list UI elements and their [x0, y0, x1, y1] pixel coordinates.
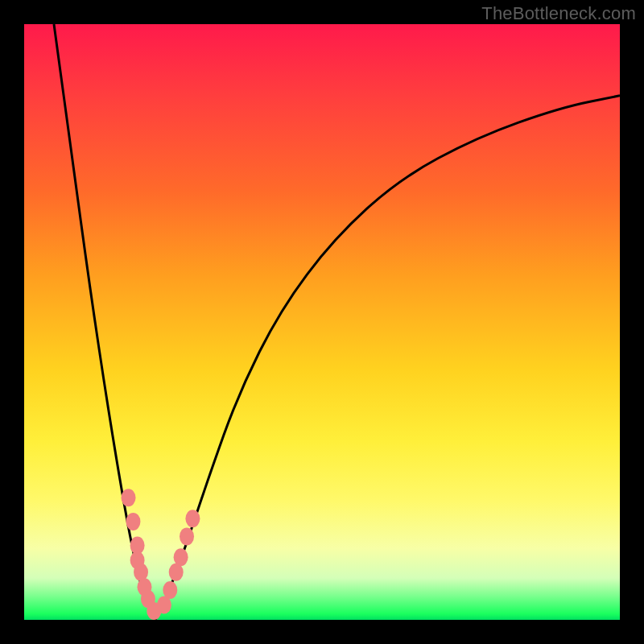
data-marker	[126, 513, 140, 530]
data-marker	[180, 527, 194, 545]
plot-area	[24, 24, 620, 620]
curve-layer	[24, 24, 620, 620]
data-marker	[134, 564, 148, 581]
curve-left-branch	[54, 24, 155, 620]
data-marker	[185, 510, 200, 527]
data-marker	[163, 581, 177, 599]
data-marker	[174, 548, 188, 566]
chart-frame: TheBottleneck.com	[0, 0, 644, 644]
curve-right-branch	[155, 96, 620, 620]
data-marker	[122, 489, 136, 506]
watermark-text: TheBottleneck.com	[481, 3, 636, 24]
bottleneck-curve	[54, 24, 620, 620]
data-markers	[122, 489, 200, 620]
